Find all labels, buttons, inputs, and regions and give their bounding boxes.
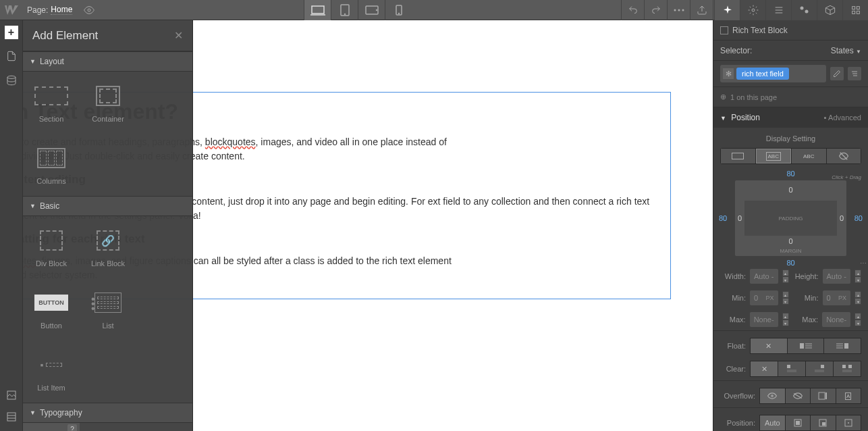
select-all-icon[interactable]: ✻: [723, 68, 734, 79]
svg-rect-45: [787, 365, 790, 368]
height-input[interactable]: Auto-: [823, 269, 851, 284]
device-tablet-landscape[interactable]: [358, 0, 385, 20]
element-name-row: Rich Text Block: [713, 20, 868, 41]
position-auto[interactable]: Auto: [760, 415, 785, 430]
float-left[interactable]: [788, 338, 824, 353]
element-div-block[interactable]: Div Block: [23, 216, 80, 278]
clear-buttons: ✕: [750, 361, 861, 377]
svg-rect-48: [815, 370, 824, 372]
preview-icon[interactable]: [82, 5, 97, 16]
position-section-header[interactable]: ▼ Position ▪ Advanced: [713, 107, 868, 128]
pages-icon[interactable]: [4, 49, 19, 64]
clear-left[interactable]: [778, 361, 805, 376]
element-checkbox[interactable]: [720, 26, 728, 34]
element-columns[interactable]: Columns: [23, 134, 80, 196]
svg-point-10: [678, 9, 680, 11]
expand-icon[interactable]: ⋯: [860, 259, 867, 267]
device-tablet[interactable]: [331, 0, 358, 20]
caret-down-icon: ▼: [720, 115, 726, 122]
assets-icon[interactable]: [4, 388, 19, 403]
close-panel-button[interactable]: ✕: [174, 29, 183, 42]
settings-tab[interactable]: [740, 0, 765, 20]
position-fixed[interactable]: [836, 415, 861, 430]
caret-down-icon: ▼: [30, 409, 36, 416]
overflow-auto[interactable]: A: [836, 388, 861, 403]
more-button[interactable]: [667, 0, 690, 20]
interactions-tab[interactable]: [842, 0, 868, 20]
caret-down-icon: ▼: [30, 58, 36, 65]
export-button[interactable]: [690, 0, 713, 20]
svg-rect-37: [800, 343, 804, 349]
typography-section-header[interactable]: ▼Typography: [23, 403, 192, 423]
clear-both[interactable]: [834, 361, 861, 376]
element-button[interactable]: BUTTONButton: [23, 278, 80, 340]
svg-point-11: [682, 9, 684, 11]
navigator-button[interactable]: [848, 67, 861, 80]
panel-title: Add Element: [32, 29, 98, 43]
edit-selector-button[interactable]: [830, 67, 844, 80]
right-panel-tabs: [714, 0, 868, 20]
device-desktop[interactable]: [304, 0, 331, 20]
clear-right[interactable]: [806, 361, 833, 376]
max-height-input[interactable]: None-: [822, 312, 850, 327]
help-icon[interactable]: ?: [67, 424, 77, 431]
svg-rect-24: [852, 7, 855, 9]
overflow-hidden[interactable]: [786, 388, 811, 403]
display-inline[interactable]: ABC: [792, 149, 826, 163]
undo-button[interactable]: [621, 0, 644, 20]
navigator-tab[interactable]: [765, 0, 791, 20]
basic-section-header[interactable]: ▼Basic: [23, 196, 192, 216]
cms-icon[interactable]: [4, 73, 19, 88]
svg-point-28: [7, 76, 16, 78]
position-relative[interactable]: [786, 415, 811, 430]
element-link-block[interactable]: 🔗Link Block: [80, 216, 136, 278]
display-inline-block[interactable]: ABC: [756, 149, 792, 163]
float-none[interactable]: ✕: [751, 338, 787, 353]
element-list-item[interactable]: List Item: [23, 340, 80, 403]
svg-rect-55: [825, 392, 827, 399]
display-setting-buttons: ABC ABC: [720, 148, 861, 164]
layout-section-header[interactable]: ▼Layout: [23, 51, 192, 72]
svg-point-23: [805, 10, 808, 14]
display-none[interactable]: [827, 149, 861, 163]
max-width-input[interactable]: None-: [750, 312, 778, 327]
box-tab[interactable]: [817, 0, 842, 20]
svg-rect-50: [848, 365, 852, 368]
position-absolute[interactable]: [811, 415, 836, 430]
redo-button[interactable]: [644, 0, 667, 20]
selector-class-tag[interactable]: rich text field: [736, 68, 789, 80]
float-buttons: ✕: [750, 338, 861, 354]
help-icon[interactable]: [4, 409, 19, 424]
element-section[interactable]: Section: [23, 72, 80, 134]
overflow-scroll[interactable]: [811, 388, 836, 403]
width-input[interactable]: Auto-: [750, 269, 778, 284]
states-dropdown[interactable]: States ▼: [831, 46, 861, 55]
selector-label: Selector:: [720, 46, 752, 55]
device-mobile[interactable]: [385, 0, 412, 20]
add-element-button[interactable]: +: [5, 26, 18, 39]
webflow-logo[interactable]: [0, 0, 23, 20]
target-icon: ⊕: [720, 93, 726, 101]
overflow-visible[interactable]: [760, 388, 785, 403]
element-heading[interactable]: ? Heading Heading: [23, 423, 80, 431]
history-tools: [621, 0, 713, 20]
page-name-dropdown[interactable]: Home: [51, 5, 72, 15]
box-model-editor[interactable]: Click + Drag 80 80 80 80 ⫴ ⫴ MARGIN 0 0 …: [717, 171, 864, 265]
style-tab[interactable]: [714, 0, 740, 20]
clear-none[interactable]: ✕: [751, 361, 778, 376]
float-right[interactable]: [824, 338, 861, 353]
advanced-toggle[interactable]: ▪ Advanced: [824, 113, 861, 122]
position-buttons: Auto: [759, 415, 861, 431]
style-manager-tab[interactable]: [791, 0, 817, 20]
element-paragraph[interactable]: Paragraph: [80, 423, 136, 431]
svg-rect-54: [819, 392, 825, 399]
selector-input[interactable]: ✻ rich text field: [720, 65, 826, 82]
svg-point-6: [376, 9, 377, 10]
min-height-input[interactable]: 0PX: [823, 290, 851, 305]
element-container[interactable]: Container: [80, 72, 136, 134]
svg-point-61: [848, 422, 849, 424]
add-element-panel: Add Element ✕ ▼Layout Section Container …: [23, 20, 193, 431]
min-width-input[interactable]: 0PX: [750, 290, 778, 305]
element-list[interactable]: List: [80, 278, 136, 340]
display-block[interactable]: [721, 149, 755, 163]
